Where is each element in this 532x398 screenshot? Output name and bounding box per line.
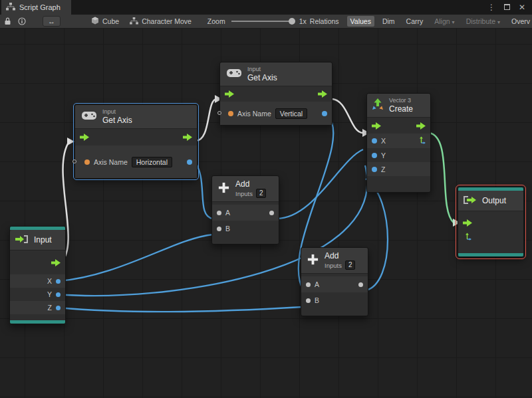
cube-icon <box>91 17 99 26</box>
inputs-label: Inputs <box>325 262 342 269</box>
tab-script-graph[interactable]: Script Graph <box>1 0 71 15</box>
input-node-accent <box>10 320 65 324</box>
flow-out-port[interactable] <box>416 122 426 130</box>
node-add-1[interactable]: Add Inputs 2 A B <box>211 175 279 245</box>
lock-icon[interactable] <box>3 17 12 25</box>
wire-arrowhead <box>67 138 74 146</box>
axis-name-port[interactable] <box>84 159 90 165</box>
wire-flow-create-to-output[interactable] <box>429 133 454 223</box>
b-in-port[interactable] <box>217 227 221 231</box>
node-title: Create <box>389 104 413 114</box>
node-title: Output <box>482 196 506 205</box>
b-label: B <box>315 296 319 304</box>
toggle-dim[interactable]: Dim <box>379 16 398 27</box>
flow-out-port[interactable] <box>183 134 192 141</box>
node-subtitle: Input <box>102 108 132 116</box>
graph-toolbar: ↔ Cube Character Move Zoom 1x <box>0 15 532 29</box>
inputs-count-field[interactable]: 2 <box>256 189 267 198</box>
vector3-in-port[interactable] <box>463 233 471 243</box>
breadcrumb-object[interactable]: Cube <box>91 17 119 26</box>
node-graph-output[interactable]: Output <box>458 187 524 257</box>
axis-name-edge-port[interactable] <box>72 159 76 163</box>
flow-out-port[interactable] <box>318 90 327 98</box>
wire-flow-getaxis-horizontal-to-vertical[interactable] <box>196 99 217 141</box>
x-label: X <box>381 137 386 145</box>
result-out-port[interactable] <box>187 159 192 165</box>
chevron-down-icon: ▾ <box>452 19 455 25</box>
kebab-menu-icon[interactable]: ⋮ <box>487 3 495 11</box>
x-in-port[interactable] <box>372 138 377 144</box>
axis-name-label: Axis Name <box>237 110 271 118</box>
flow-in-port[interactable] <box>225 90 234 98</box>
flow-in-port[interactable] <box>463 219 472 227</box>
gamepad-icon <box>81 111 97 123</box>
wire-data-input-z-to-add2-b[interactable] <box>59 307 302 312</box>
dropdown-align[interactable]: Align▾ <box>431 16 458 27</box>
input-icon <box>15 234 29 246</box>
maximize-icon[interactable] <box>504 3 510 11</box>
y-in-port[interactable] <box>372 153 377 158</box>
wire-data-input-x-to-add1-b[interactable] <box>59 235 213 281</box>
zoom-slider[interactable] <box>231 17 295 25</box>
tab-title: Script Graph <box>19 3 61 11</box>
output-node-accent <box>458 253 523 256</box>
toggle-relations[interactable]: Relations <box>307 16 342 27</box>
inputs-count-field[interactable]: 2 <box>345 260 356 270</box>
flow-in-port[interactable] <box>372 122 381 130</box>
axis-name-edge-port[interactable] <box>217 111 221 115</box>
graph-asset-icon <box>130 17 138 26</box>
info-icon[interactable] <box>17 17 27 25</box>
sum-out-port[interactable] <box>269 211 274 215</box>
b-in-port[interactable] <box>306 298 311 303</box>
breadcrumb-object-label: Cube <box>102 17 119 25</box>
a-in-port[interactable] <box>217 211 221 215</box>
zoom-slider-track <box>231 21 295 22</box>
sum-out-port[interactable] <box>358 282 363 287</box>
result-out-port[interactable] <box>322 111 327 116</box>
axis-name-port[interactable] <box>228 111 233 116</box>
flow-in-port[interactable] <box>80 134 89 141</box>
x-out-port[interactable] <box>56 279 61 284</box>
axis-name-field[interactable]: Vertical <box>275 108 307 119</box>
y-label: Y <box>381 151 386 159</box>
vector3-icon <box>372 98 384 113</box>
fit-graph-glyph: ↔ <box>48 17 55 25</box>
y-out-port[interactable] <box>56 292 61 297</box>
zoom-label: Zoom <box>207 17 225 25</box>
script-graph-icon <box>6 3 15 12</box>
breadcrumb-graph[interactable]: Character Move <box>130 17 192 26</box>
wire-data-add2-to-create-z[interactable] <box>366 179 388 290</box>
plus-icon <box>217 181 230 197</box>
toggle-overview[interactable]: Overv <box>508 16 532 27</box>
graph-canvas[interactable]: Input Get Axis Axis Name Horizontal <box>0 29 532 398</box>
a-label: A <box>225 209 230 217</box>
vector3-out-port[interactable] <box>417 136 426 146</box>
a-in-port[interactable] <box>306 282 311 287</box>
flow-out-port[interactable] <box>51 259 61 266</box>
breadcrumb-graph-label: Character Move <box>142 17 192 25</box>
axis-name-field[interactable]: Horizontal <box>132 157 172 167</box>
node-graph-input[interactable]: Input X Y Z <box>9 226 66 324</box>
a-label: A <box>315 280 319 288</box>
node-add-2[interactable]: Add Inputs 2 A B <box>301 247 368 316</box>
node-get-axis-vertical[interactable]: Input Get Axis Axis Name Vertical <box>219 62 332 126</box>
node-title: Get Axis <box>102 116 132 125</box>
toggle-values[interactable]: Values <box>347 16 374 27</box>
dropdown-distribute[interactable]: Distribute▾ <box>463 16 503 27</box>
fit-graph-button[interactable]: ↔ <box>43 16 61 27</box>
node-title: Get Axis <box>247 73 277 82</box>
close-icon[interactable]: ✕ <box>519 3 525 11</box>
z-in-port[interactable] <box>372 167 377 172</box>
node-vector3-create[interactable]: Vector 3 Create X Y <box>366 93 431 193</box>
wire-data-add1-to-create-x[interactable] <box>277 149 363 219</box>
plus-icon <box>307 253 319 268</box>
wire-flow-getaxis-vertical-to-create[interactable] <box>331 99 363 133</box>
node-get-axis-horizontal[interactable]: Input Get Axis Axis Name Horizontal <box>74 104 198 179</box>
node-title: Input <box>34 235 52 245</box>
zoom-slider-handle[interactable] <box>289 18 295 25</box>
gamepad-icon <box>226 68 242 80</box>
toggle-carry[interactable]: Carry <box>403 16 427 27</box>
z-out-port[interactable] <box>56 306 61 310</box>
node-title: Add <box>235 179 266 189</box>
window-tab-bar: Script Graph ⋮ ✕ <box>0 0 532 15</box>
